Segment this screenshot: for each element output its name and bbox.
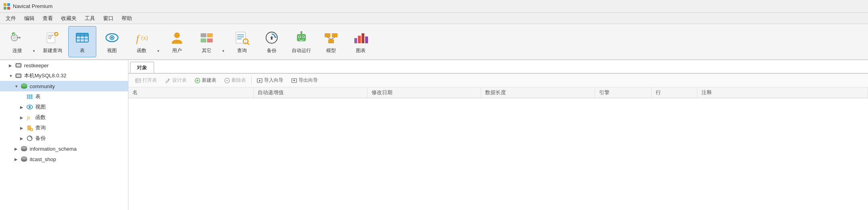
import-wizard-label: 导入向导	[264, 77, 283, 84]
new-query-button[interactable]: 新建查询	[39, 26, 67, 57]
chart-label: 图表	[356, 47, 366, 54]
design-table-icon	[165, 78, 171, 83]
function-arrow[interactable]: ▼	[156, 26, 161, 57]
open-table-button[interactable]: 打开表	[132, 75, 161, 85]
svg-rect-38	[365, 36, 368, 43]
menu-edit[interactable]: 编辑	[20, 13, 39, 24]
sidebar-item-community[interactable]: ▼ community	[0, 81, 128, 91]
sidebar-item-information-schema[interactable]: ▶ information_schema	[0, 143, 128, 154]
sidebar-item-local-mysql[interactable]: ▼ 本机MySQL8.0.32	[0, 71, 128, 81]
tab-objects-label: 对象	[137, 64, 147, 71]
svg-rect-3	[7, 7, 10, 10]
other-icon-area	[199, 30, 215, 46]
delete-table-icon	[224, 78, 230, 83]
other-button[interactable]: 其它	[193, 26, 221, 57]
model-icon	[323, 30, 339, 45]
model-button[interactable]: 模型	[317, 26, 345, 57]
new-query-group: 新建查询	[39, 26, 67, 57]
menu-favorites[interactable]: 收藏夹	[57, 13, 81, 24]
sidebar-item-table-folder[interactable]: ▶ 表	[0, 91, 128, 102]
other-arrow[interactable]: ▼	[221, 26, 226, 57]
new-table-button[interactable]: 新建表	[191, 75, 220, 85]
local-mysql-arrow: ▼	[9, 74, 14, 78]
function-group: f (x) 函数 ▼	[128, 26, 161, 57]
import-wizard-button[interactable]: 导入向导	[253, 75, 287, 85]
connect-group: 连接 ▼	[3, 26, 37, 57]
function-icon-area: f (x)	[134, 30, 150, 46]
menu-tools[interactable]: 工具	[81, 13, 99, 24]
chart-button[interactable]: 图表	[347, 26, 375, 57]
open-table-icon	[135, 78, 141, 83]
new-query-icon-area	[45, 30, 61, 46]
svg-rect-19	[207, 33, 213, 37]
menu-window[interactable]: 窗口	[99, 13, 118, 24]
user-button[interactable]: 用户	[163, 26, 191, 57]
auto-run-button[interactable]: 自动运行	[287, 26, 315, 57]
menu-view[interactable]: 查看	[39, 13, 57, 24]
community-label: community	[30, 83, 55, 89]
design-table-button[interactable]: 设计表	[161, 75, 190, 85]
tab-objects[interactable]: 对象	[130, 62, 154, 73]
function-button[interactable]: f (x) 函数	[128, 26, 156, 57]
content-pane: 对象 打开表 设计表	[128, 60, 868, 210]
connect-icon	[10, 30, 25, 45]
connect-arrow[interactable]: ▼	[31, 26, 37, 57]
svg-point-55	[21, 146, 27, 149]
delete-table-button[interactable]: 删除表	[221, 75, 250, 85]
menu-help[interactable]: 帮助	[118, 13, 136, 24]
model-label: 模型	[326, 47, 336, 54]
auto-run-icon-area	[293, 30, 309, 46]
other-icon	[199, 30, 214, 45]
function-folder-icon: fx	[26, 114, 34, 121]
view-folder-icon	[26, 104, 34, 110]
user-icon	[169, 30, 185, 45]
svg-rect-35	[354, 38, 357, 43]
col-data-length: 数据长度	[481, 87, 595, 98]
local-mysql-icon	[14, 73, 22, 79]
svg-point-28	[299, 36, 300, 37]
local-mysql-label: 本机MySQL8.0.32	[24, 72, 67, 79]
view-icon	[104, 30, 120, 45]
svg-point-31	[301, 31, 302, 33]
sidebar-item-restkeeper[interactable]: ▶ restkeeper	[0, 60, 128, 71]
data-table: 名 自动递增值 修改日期 数据长度 引擎 行 注释	[128, 87, 868, 98]
svg-point-45	[21, 84, 27, 87]
svg-rect-36	[358, 36, 361, 43]
col-comment: 注释	[697, 87, 868, 98]
svg-text:fx: fx	[27, 115, 30, 121]
query-button[interactable]: 查询	[228, 26, 256, 57]
view-button[interactable]: 视图	[98, 26, 126, 57]
svg-text:f: f	[136, 33, 140, 44]
export-wizard-button[interactable]: 导出向导	[288, 75, 321, 85]
svg-point-5	[12, 36, 16, 40]
connect-label: 连接	[12, 47, 22, 54]
new-query-icon	[45, 30, 60, 45]
sidebar-item-backup-folder[interactable]: ▶ 备份	[0, 133, 128, 143]
export-wizard-icon	[291, 78, 297, 83]
menu-file[interactable]: 文件	[2, 13, 20, 24]
table-icon-area	[74, 30, 90, 46]
svg-rect-2	[4, 7, 6, 10]
svg-point-48	[29, 106, 31, 108]
sidebar-item-query-folder[interactable]: ▶ 查询	[0, 123, 128, 133]
col-engine: 引擎	[595, 87, 652, 98]
function-icon: f (x)	[134, 30, 149, 45]
sidebar-item-view-folder[interactable]: ▶ 视图	[0, 102, 128, 112]
query-folder-icon	[26, 125, 34, 131]
table-icon	[75, 30, 90, 45]
toolbar: 连接 ▼ 新建查询	[0, 24, 868, 60]
table-button[interactable]: 表	[68, 26, 96, 57]
info-schema-arrow: ▶	[14, 147, 20, 151]
connect-button[interactable]: 连接	[3, 26, 31, 57]
app-icon	[3, 3, 10, 10]
table-area: 名 自动递增值 修改日期 数据长度 引擎 行 注释	[128, 87, 868, 210]
backup-button[interactable]: 备份	[258, 26, 286, 57]
col-rows: 行	[652, 87, 697, 98]
sidebar-item-function-folder[interactable]: ▶ fx 函数	[0, 112, 128, 123]
sidebar-item-itcast-shop[interactable]: ▶ itcast_shop	[0, 154, 128, 164]
import-wizard-icon	[257, 78, 262, 83]
svg-rect-34	[328, 39, 334, 43]
svg-rect-59	[136, 79, 140, 83]
svg-rect-20	[201, 38, 206, 42]
connect-icon-area	[9, 30, 25, 46]
